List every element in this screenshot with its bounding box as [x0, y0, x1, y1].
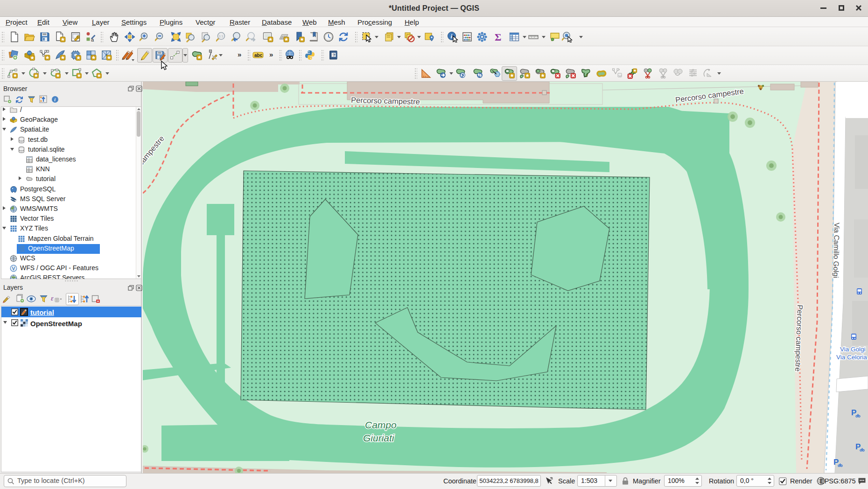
- svg-text:Campo: Campo: [365, 419, 397, 430]
- svg-text:»: »: [269, 50, 273, 58]
- svg-text:ε: ε: [51, 295, 54, 302]
- svg-text:1:1: 1:1: [219, 35, 224, 38]
- svg-text:Σ: Σ: [495, 31, 501, 42]
- svg-text:Giuriati: Giuriati: [363, 433, 395, 443]
- svg-text:?: ?: [333, 52, 336, 57]
- svg-text:Via Golgi: Via Golgi: [840, 346, 866, 353]
- svg-text:a: a: [91, 37, 94, 42]
- svg-text:i: i: [54, 97, 56, 102]
- svg-text:i: i: [451, 33, 453, 40]
- svg-text:abc: abc: [254, 53, 263, 58]
- svg-text:Via Celoria: Via Celoria: [836, 354, 867, 361]
- svg-text:»: »: [238, 50, 241, 58]
- svg-text:Via Camillo Golgi: Via Camillo Golgi: [832, 223, 841, 278]
